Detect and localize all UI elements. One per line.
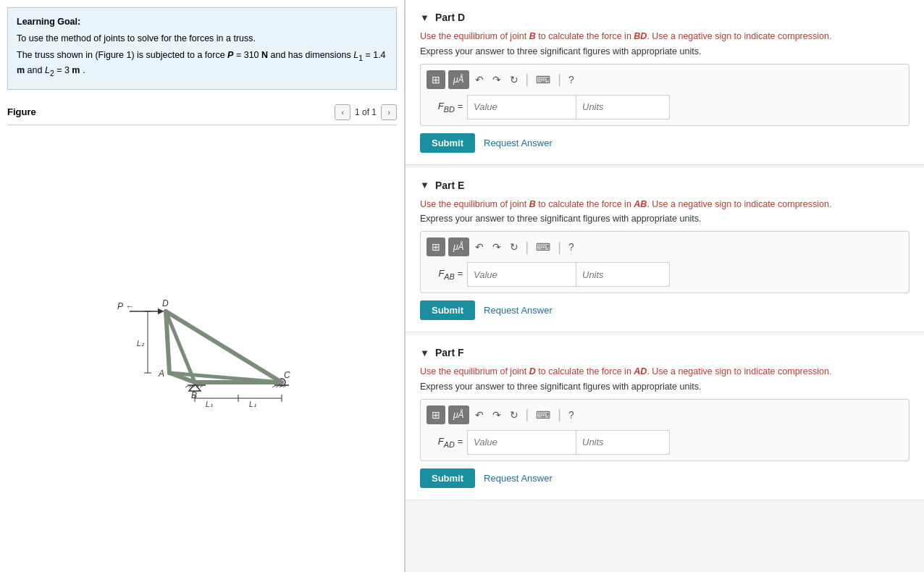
part-e-instruction: Use the equilibrium of joint B to calcul… <box>420 198 910 211</box>
undo-button-f[interactable]: ↶ <box>472 408 487 422</box>
refresh-button-d[interactable]: ↻ <box>507 72 521 87</box>
part-e-request-link[interactable]: Request Answer <box>484 305 553 316</box>
part-d-instruction: Use the equilibrium of joint B to calcul… <box>420 30 910 43</box>
part-e-units-input[interactable] <box>576 262 670 287</box>
keyboard-button-d[interactable]: ⌨ <box>533 72 553 87</box>
part-d-header: ▼ Part D <box>420 12 910 23</box>
part-e-value-input[interactable] <box>467 262 576 287</box>
help-button-f[interactable]: ? <box>566 408 577 422</box>
part-d-toggle[interactable]: ▼ <box>420 12 429 23</box>
part-e-input-row: FAB = <box>427 262 903 287</box>
part-e-toolbar: ⊞ μÅ ↶ ↷ ↻ | ⌨ | ? <box>427 237 903 256</box>
part-f-toggle[interactable]: ▼ <box>420 348 429 358</box>
part-f-submit-button[interactable]: Submit <box>420 468 475 488</box>
figure-area: Figure ‹ 1 of 1 › <box>0 97 404 572</box>
mu-button-e[interactable]: μÅ <box>448 237 469 256</box>
label-L2: L₂ <box>137 340 145 348</box>
mu-button-f[interactable]: μÅ <box>448 405 469 424</box>
grid-button-f[interactable]: ⊞ <box>427 405 445 424</box>
learning-goal-line1: To use the method of joints to solve for… <box>17 32 387 46</box>
separator2-d: | <box>556 72 563 87</box>
part-f-toolbar: ⊞ μÅ ↶ ↷ ↻ | ⌨ | ? <box>427 405 903 424</box>
keyboard-button-e[interactable]: ⌨ <box>533 240 553 254</box>
learning-goal-line2: The truss shown in (Figure 1) is subject… <box>17 49 387 79</box>
part-e-title: Part E <box>435 180 464 191</box>
figure-nav: ‹ 1 of 1 › <box>335 104 397 120</box>
part-d-express: Express your answer to three significant… <box>420 46 910 56</box>
help-button-d[interactable]: ? <box>566 72 577 87</box>
svg-line-16 <box>166 311 282 382</box>
part-e-label: FAB = <box>427 268 463 281</box>
refresh-button-e[interactable]: ↻ <box>507 240 521 254</box>
learning-goal-title: Learning Goal: <box>17 15 387 29</box>
part-f-label: FAD = <box>427 436 463 449</box>
part-d-input-row: FBD = <box>427 95 903 119</box>
part-d-request-link[interactable]: Request Answer <box>484 138 553 148</box>
part-e-answer-box: ⊞ μÅ ↶ ↷ ↻ | ⌨ | ? FAB = <box>420 231 910 293</box>
part-d-section: ▼ Part D Use the equilibrium of joint B … <box>406 0 924 165</box>
part-e-submit-button[interactable]: Submit <box>420 300 475 320</box>
right-panel: ▼ Part D Use the equilibrium of joint B … <box>406 0 924 572</box>
refresh-button-f[interactable]: ↻ <box>507 408 521 422</box>
part-d-toolbar: ⊞ μÅ ↶ ↷ ↻ | ⌨ | ? <box>427 70 903 89</box>
part-e-express: Express your answer to three significant… <box>420 214 910 224</box>
separator2-e: | <box>556 240 563 255</box>
help-button-e[interactable]: ? <box>566 240 577 254</box>
redo-button-d[interactable]: ↷ <box>490 72 504 87</box>
label-L1-1: L₁ <box>206 400 213 408</box>
label-D: D <box>162 298 169 308</box>
part-f-actions: Submit Request Answer <box>420 468 910 488</box>
part-d-units-input[interactable] <box>576 95 670 119</box>
part-f-answer-box: ⊞ μÅ ↶ ↷ ↻ | ⌨ | ? FAD = <box>420 399 910 461</box>
part-e-actions: Submit Request Answer <box>420 300 910 320</box>
mu-button-d[interactable]: μÅ <box>448 70 469 89</box>
keyboard-button-f[interactable]: ⌨ <box>533 408 553 422</box>
part-d-label: FBD = <box>427 101 463 114</box>
part-d-submit-button[interactable]: Submit <box>420 133 475 153</box>
label-P: P ← <box>117 301 134 311</box>
part-f-title: Part F <box>435 347 464 358</box>
svg-line-1 <box>185 385 189 387</box>
separator-f: | <box>524 407 531 422</box>
label-C: C <box>284 370 290 380</box>
figure-diagram: D A B C P ← L₁ L₁ <box>7 131 397 565</box>
label-B: B <box>191 390 197 400</box>
part-f-units-input[interactable] <box>576 430 670 455</box>
figure-header: Figure ‹ 1 of 1 › <box>7 104 397 125</box>
part-e-header: ▼ Part E <box>420 180 910 191</box>
part-e-toggle[interactable]: ▼ <box>420 180 429 190</box>
figure-title: Figure <box>7 106 36 117</box>
part-e-section: ▼ Part E Use the equilibrium of joint B … <box>406 168 924 333</box>
svg-line-7 <box>272 385 276 387</box>
part-f-section: ▼ Part F Use the equilibrium of joint D … <box>406 335 924 500</box>
part-f-instruction: Use the equilibrium of joint D to calcul… <box>420 366 910 379</box>
part-f-request-link[interactable]: Request Answer <box>484 473 553 484</box>
label-A: A <box>158 369 164 379</box>
figure-prev-button[interactable]: ‹ <box>335 104 350 120</box>
redo-button-f[interactable]: ↷ <box>490 408 504 422</box>
undo-button-d[interactable]: ↶ <box>472 72 487 87</box>
figure-page-text: 1 of 1 <box>355 107 377 117</box>
truss-svg: D A B C P ← L₁ L₁ <box>93 282 311 413</box>
figure-next-button[interactable]: › <box>381 104 397 120</box>
part-f-express: Express your answer to three significant… <box>420 382 910 392</box>
label-L1-2: L₁ <box>249 400 256 408</box>
part-f-value-input[interactable] <box>467 430 576 455</box>
learning-goal-box: Learning Goal: To use the method of join… <box>7 7 397 90</box>
part-f-header: ▼ Part F <box>420 347 910 358</box>
grid-button-d[interactable]: ⊞ <box>427 70 445 89</box>
part-d-answer-box: ⊞ μÅ ↶ ↷ ↻ | ⌨ | ? FBD = <box>420 64 910 126</box>
part-d-actions: Submit Request Answer <box>420 133 910 153</box>
part-f-input-row: FAD = <box>427 430 903 455</box>
separator-e: | <box>524 240 531 255</box>
part-d-title: Part D <box>435 12 465 23</box>
undo-button-e[interactable]: ↶ <box>472 240 487 254</box>
separator-d: | <box>524 72 531 87</box>
redo-button-e[interactable]: ↷ <box>490 240 504 254</box>
part-d-value-input[interactable] <box>467 95 576 119</box>
grid-button-e[interactable]: ⊞ <box>427 237 445 256</box>
separator2-f: | <box>556 407 563 422</box>
